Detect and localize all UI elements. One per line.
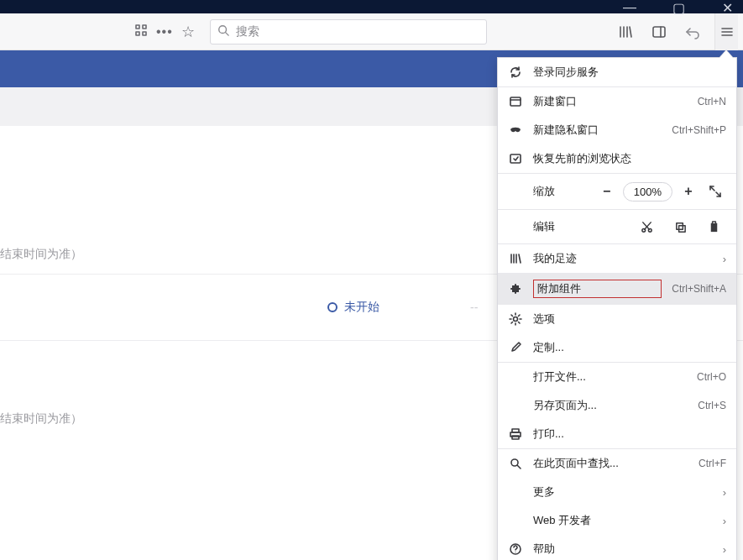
svg-rect-1 (143, 25, 146, 29)
zoom-label: 缩放 (508, 184, 558, 199)
menu-print[interactable]: 打印... (498, 420, 736, 448)
app-menu-button[interactable] (714, 13, 738, 50)
svg-rect-10 (653, 27, 665, 37)
menu-restore-session[interactable]: 恢复先前的浏览状态 (498, 144, 736, 173)
edit-label: 编辑 (508, 219, 558, 234)
menu-addons[interactable]: 附加组件 Ctrl+Shift+A (498, 273, 736, 305)
svg-line-33 (519, 254, 521, 263)
page-action-icon[interactable] (134, 24, 148, 39)
copy-button[interactable] (667, 217, 693, 237)
page-actions-group: ••• ☆ (134, 23, 195, 41)
bookmark-star-icon[interactable]: ☆ (181, 23, 195, 41)
zoom-in-button[interactable]: + (678, 181, 699, 202)
menu-more[interactable]: 更多 › (498, 478, 736, 506)
svg-rect-3 (143, 32, 146, 35)
menu-new-window[interactable]: 新建窗口 Ctrl+N (498, 87, 736, 116)
search-placeholder: 搜索 (236, 24, 259, 39)
svg-rect-27 (678, 225, 685, 232)
paste-button[interactable] (701, 217, 726, 237)
svg-rect-37 (512, 436, 519, 439)
search-icon (217, 24, 229, 39)
more-page-actions-icon[interactable]: ••• (156, 24, 173, 39)
menu-open-file[interactable]: 打开文件... Ctrl+O (498, 363, 736, 391)
menu-web-developer[interactable]: Web 开发者 › (498, 506, 736, 535)
gear-icon (508, 311, 523, 327)
svg-point-34 (514, 317, 518, 322)
menu-options[interactable]: 选项 (498, 305, 736, 333)
find-icon (508, 456, 523, 471)
restore-icon (508, 151, 523, 166)
svg-line-39 (517, 465, 521, 468)
svg-rect-0 (136, 25, 139, 29)
status-dash: -- (470, 301, 478, 314)
svg-line-5 (225, 33, 228, 36)
window-icon (508, 94, 523, 109)
chevron-right-icon: › (723, 515, 726, 527)
chevron-right-icon: › (723, 253, 726, 265)
menu-library[interactable]: 我的足迹 › (498, 244, 736, 273)
status-label: 未开始 (344, 300, 379, 315)
paintbrush-icon (508, 340, 523, 355)
chevron-right-icon: › (723, 543, 726, 556)
status-circle-icon (327, 302, 337, 312)
svg-rect-19 (510, 154, 521, 163)
cut-button[interactable] (634, 217, 659, 237)
mask-icon (508, 123, 523, 138)
toolbar-right-group (614, 13, 738, 50)
sync-icon (508, 65, 523, 80)
fullscreen-button[interactable] (704, 181, 726, 202)
search-box[interactable]: 搜索 (210, 19, 487, 44)
menu-new-private-window[interactable]: 新建隐私窗口 Ctrl+Shift+P (498, 116, 736, 144)
svg-rect-29 (712, 221, 715, 223)
menu-customize[interactable]: 定制... (498, 333, 736, 362)
svg-line-9 (630, 27, 631, 37)
browser-toolbar: ••• ☆ 搜索 (0, 13, 743, 50)
menu-edit-controls: 编辑 (498, 210, 736, 243)
menu-help[interactable]: 帮助 › (498, 535, 736, 560)
svg-rect-26 (676, 222, 683, 229)
window-title-bar: — ▢ ✕ (0, 0, 743, 13)
library-button[interactable] (614, 20, 637, 44)
menu-sync-login[interactable]: 登录同步服务 (498, 58, 736, 86)
sidebar-toggle-button[interactable] (647, 20, 671, 44)
menu-zoom-controls: 缩放 − 100% + (498, 174, 736, 209)
zoom-value[interactable]: 100% (623, 182, 672, 201)
menu-find-in-page[interactable]: 在此页面中查找... Ctrl+F (498, 449, 736, 478)
svg-rect-17 (510, 97, 521, 106)
undo-back-icon[interactable] (681, 20, 704, 44)
app-menu-panel: 登录同步服务 新建窗口 Ctrl+N 新建隐私窗口 Ctrl+Shift+P 恢… (497, 57, 737, 560)
library-icon (508, 251, 523, 266)
zoom-out-button[interactable]: − (596, 181, 618, 202)
svg-point-41 (515, 552, 515, 552)
help-icon (508, 542, 523, 557)
svg-rect-2 (136, 32, 139, 35)
menu-save-as[interactable]: 另存页面为... Ctrl+S (498, 391, 736, 420)
chevron-right-icon: › (723, 486, 726, 499)
puzzle-icon (508, 281, 523, 296)
printer-icon (508, 427, 523, 442)
